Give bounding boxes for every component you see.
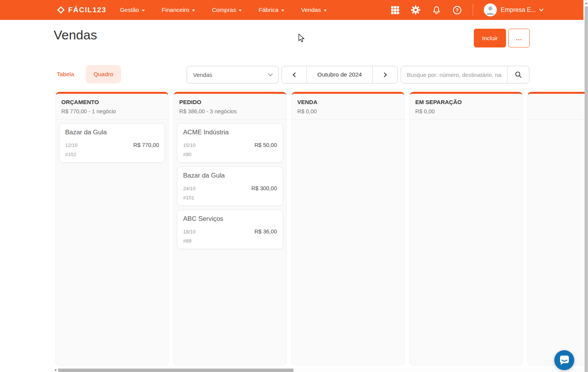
deal-number: #89 bbox=[183, 238, 277, 244]
logo-diamond-icon bbox=[57, 6, 65, 14]
deal-name: ABC Serviços bbox=[183, 215, 277, 223]
menu-vendas[interactable]: Vendas bbox=[301, 7, 327, 13]
apps-grid-icon[interactable] bbox=[390, 5, 400, 15]
column-body: Bazar da Gula 12/10 R$ 770,00 #102 bbox=[56, 120, 168, 365]
kanban-column: VENDA R$ 0,00 bbox=[292, 92, 405, 365]
deal-value: R$ 36,00 bbox=[254, 228, 277, 235]
horizontal-scrollbar[interactable] bbox=[54, 369, 585, 372]
deal-value: R$ 50,00 bbox=[254, 142, 277, 148]
main-menu: Gestão Financeiro Compras Fábrica Vendas bbox=[120, 7, 327, 13]
kanban-column: EM SEPARAÇÃO R$ 0,00 bbox=[409, 92, 522, 365]
column-summary: R$ 386,00 - 3 negócios bbox=[179, 108, 281, 115]
account-menu[interactable]: Empresa E... bbox=[484, 3, 543, 16]
chevron-left-icon bbox=[293, 72, 298, 77]
menu-financeiro[interactable]: Financeiro bbox=[162, 7, 195, 13]
account-name: Empresa E... bbox=[501, 7, 536, 13]
column-header: EM SEPARAÇÃO R$ 0,00 bbox=[410, 94, 522, 120]
deal-card[interactable]: Bazar da Gula 24/10 R$ 300,00 #101 bbox=[177, 166, 283, 206]
column-summary: R$ 0,00 bbox=[415, 108, 517, 115]
avatar bbox=[484, 3, 497, 16]
period-label: Outubro de 2024 bbox=[307, 66, 372, 83]
app-logo[interactable]: FÁCIL123 bbox=[57, 6, 106, 14]
next-period-button[interactable] bbox=[372, 66, 397, 83]
caret-down-icon bbox=[281, 10, 284, 11]
deal-card[interactable]: ACME Indústria 15/10 R$ 50,00 #90 bbox=[177, 123, 283, 163]
column-summary bbox=[533, 108, 585, 115]
chevron-down-icon bbox=[539, 7, 544, 11]
kanban-column: ORÇAMENTO R$ 770,00 - 1 negócio Bazar da… bbox=[56, 92, 169, 365]
deal-details-row: 18/10 R$ 36,00 bbox=[183, 228, 277, 235]
gear-icon[interactable] bbox=[411, 5, 421, 15]
column-header: PEDIDO R$ 386,00 - 3 negócios bbox=[174, 94, 286, 120]
search-button[interactable] bbox=[507, 66, 529, 83]
caret-down-icon bbox=[239, 10, 242, 11]
vertical-scrollbar[interactable] bbox=[585, 0, 588, 372]
deal-number: #102 bbox=[65, 152, 159, 157]
type-select-value: Vendas bbox=[193, 72, 269, 78]
help-icon[interactable]: ? bbox=[452, 5, 462, 15]
column-body bbox=[410, 120, 522, 365]
scroll-up-arrow-icon[interactable] bbox=[585, 2, 587, 4]
column-body: ACME Indústria 15/10 R$ 50,00 #90 Bazar … bbox=[174, 120, 286, 365]
deal-date: 18/10 bbox=[183, 229, 196, 235]
more-actions-button[interactable]: ... bbox=[508, 29, 530, 47]
bell-icon[interactable] bbox=[431, 5, 441, 15]
kanban-board: ORÇAMENTO R$ 770,00 - 1 negócio Bazar da… bbox=[56, 92, 585, 365]
chevron-down-icon bbox=[268, 72, 272, 76]
navbar-divider bbox=[473, 4, 473, 16]
column-header: VENDA R$ 0,00 bbox=[292, 94, 404, 120]
deal-value: R$ 770,00 bbox=[133, 142, 159, 148]
caret-down-icon bbox=[192, 10, 195, 11]
deal-number: #90 bbox=[183, 152, 277, 157]
column-title: EM SEPARAÇÃO bbox=[415, 99, 517, 106]
column-title bbox=[533, 99, 585, 106]
mouse-cursor bbox=[298, 34, 306, 43]
deal-details-row: 12/10 R$ 770,00 bbox=[65, 142, 159, 148]
search-icon bbox=[514, 70, 522, 79]
deal-date: 24/10 bbox=[183, 186, 196, 191]
deal-details-row: 24/10 R$ 300,00 bbox=[183, 185, 277, 191]
period-navigator: Outubro de 2024 bbox=[282, 66, 398, 83]
svg-text:?: ? bbox=[455, 7, 459, 13]
kanban-column: PEDIDO R$ 386,00 - 3 negócios ACME Indús… bbox=[174, 92, 287, 365]
deal-name: Bazar da Gula bbox=[183, 172, 277, 179]
horizontal-scroll-thumb[interactable] bbox=[58, 369, 293, 372]
logo-text: FÁCIL123 bbox=[68, 6, 106, 14]
search-input[interactable] bbox=[401, 66, 507, 83]
chat-widget-button[interactable] bbox=[554, 350, 574, 370]
deal-value: R$ 300,00 bbox=[251, 185, 277, 191]
deal-date: 12/10 bbox=[65, 142, 78, 148]
menu-compras[interactable]: Compras bbox=[212, 7, 242, 13]
column-summary: R$ 770,00 - 1 negócio bbox=[61, 108, 163, 115]
chat-bubble-icon bbox=[554, 350, 574, 370]
menu-fabrica[interactable]: Fábrica bbox=[259, 7, 284, 13]
scroll-left-arrow-icon[interactable] bbox=[54, 369, 56, 371]
search-group bbox=[401, 66, 529, 83]
include-button[interactable]: Incluir bbox=[474, 29, 506, 47]
caret-down-icon bbox=[142, 10, 145, 11]
column-header bbox=[528, 94, 585, 120]
previous-period-button[interactable] bbox=[282, 66, 307, 83]
deal-card[interactable]: Bazar da Gula 12/10 R$ 770,00 #102 bbox=[59, 123, 165, 163]
navbar-right: ? Empresa E... bbox=[390, 3, 543, 16]
deal-name: Bazar da Gula bbox=[65, 129, 159, 136]
kanban-column bbox=[527, 92, 585, 365]
type-select[interactable]: Vendas bbox=[187, 66, 278, 83]
vertical-scroll-thumb[interactable] bbox=[585, 7, 588, 372]
deal-details-row: 15/10 R$ 50,00 bbox=[183, 142, 277, 148]
column-body bbox=[292, 120, 404, 365]
deal-card[interactable]: ABC Serviços 18/10 R$ 36,00 #89 bbox=[177, 210, 283, 249]
tab-tabela[interactable]: Tabela bbox=[57, 65, 74, 83]
column-summary: R$ 0,00 bbox=[297, 108, 399, 115]
column-body bbox=[528, 120, 585, 365]
chevron-right-icon bbox=[382, 72, 387, 77]
column-title: ORÇAMENTO bbox=[61, 99, 163, 106]
column-header: ORÇAMENTO R$ 770,00 - 1 negócio bbox=[56, 94, 168, 120]
deal-date: 15/10 bbox=[183, 142, 196, 148]
deal-name: ACME Indústria bbox=[183, 129, 277, 136]
menu-gestao[interactable]: Gestão bbox=[120, 7, 145, 13]
caret-down-icon bbox=[324, 10, 327, 11]
column-title: VENDA bbox=[297, 99, 399, 106]
tab-quadro[interactable]: Quadro bbox=[86, 65, 121, 83]
deal-number: #101 bbox=[183, 195, 277, 201]
